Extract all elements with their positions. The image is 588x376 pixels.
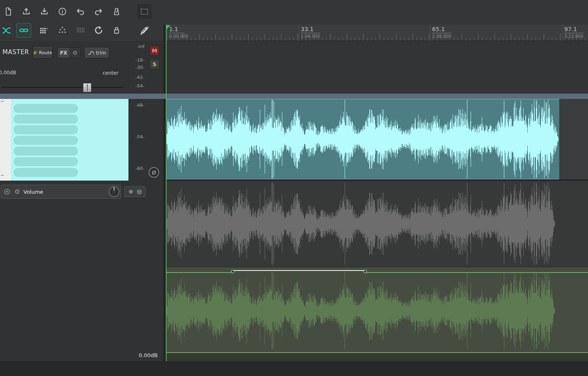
ruler-mark: 33.1 1:04.000 xyxy=(301,26,320,39)
trim-envelope-icon xyxy=(88,50,94,55)
save-project-button[interactable] xyxy=(37,4,52,19)
edit-cursor-flag[interactable] xyxy=(167,25,171,29)
item-grouping-button[interactable] xyxy=(16,23,31,38)
new-document-icon xyxy=(3,7,13,16)
envelope-pencil-button[interactable] xyxy=(137,23,152,38)
envelope-point[interactable] xyxy=(364,270,366,273)
meter-scale-label: -18- xyxy=(135,57,144,63)
mod-chevron-icon[interactable] xyxy=(136,189,142,195)
trim-button[interactable]: trim xyxy=(84,47,110,58)
ruler-mark: 97.1 3:12.000 xyxy=(564,26,583,39)
route-icon xyxy=(33,50,37,55)
envelope-tools[interactable] xyxy=(124,186,146,197)
volume-envelope-lane[interactable] xyxy=(166,267,588,352)
envelope-knob[interactable] xyxy=(109,186,119,197)
midi-note xyxy=(14,168,78,177)
fader-track[interactable] xyxy=(2,87,123,88)
fx-label[interactable]: FX xyxy=(58,48,69,58)
master-track-name: MASTER xyxy=(2,48,29,56)
metronome-button[interactable] xyxy=(109,4,124,19)
metronome-icon xyxy=(112,7,121,16)
envelope-bypass-icon[interactable] xyxy=(3,188,11,196)
redo-icon xyxy=(94,7,103,16)
meter-scale-label: -48- xyxy=(135,103,144,108)
grid-icon xyxy=(39,25,48,35)
marquee-select-button[interactable] xyxy=(137,4,152,19)
midi-note xyxy=(14,147,78,156)
master-waveform[interactable] xyxy=(166,99,559,179)
main-toolbar xyxy=(0,0,163,41)
gear-icon[interactable] xyxy=(128,188,134,195)
bottom-bar xyxy=(0,361,588,376)
master-media-item[interactable] xyxy=(166,99,559,179)
locking-button[interactable] xyxy=(109,23,124,38)
midi-note xyxy=(14,125,78,134)
open-project-button[interactable] xyxy=(19,4,34,19)
ruler-measure-label: 97.1 xyxy=(564,26,583,33)
meter-scale-label: -54- xyxy=(135,134,144,140)
meter-scale-label: -inf xyxy=(137,44,144,49)
ruler-mark: 1.1 0:00.000 xyxy=(169,26,188,39)
undo-icon xyxy=(76,7,85,16)
master-volume-readout: 0.00dB xyxy=(0,70,16,76)
ruler-mark: 65.1 2:08.000 xyxy=(432,26,451,39)
reaper-window: 1.1 0:00.000 33.1 1:04.000 65.1 2:08.000… xyxy=(0,0,588,376)
snap-points-button[interactable] xyxy=(55,23,70,38)
meter-scale-label: -60- xyxy=(135,166,144,171)
save-download-icon xyxy=(39,7,49,16)
meter-scale-label: -54- xyxy=(135,83,144,89)
midi-item-preview[interactable] xyxy=(11,99,128,181)
auto-crossfade-button[interactable] xyxy=(0,23,14,38)
master-panel: MASTER Route FX trim 0.00dB center -inf … xyxy=(0,41,163,361)
ruler-measure-label: 33.1 xyxy=(301,26,320,33)
envelope-point[interactable] xyxy=(231,270,234,273)
pencil-slash-icon xyxy=(139,25,150,36)
arrange-empty-area[interactable] xyxy=(166,41,588,94)
edit-cursor[interactable] xyxy=(166,25,167,361)
route-label: Route xyxy=(39,50,52,55)
phase-button[interactable]: Ø xyxy=(149,167,159,178)
envelope-value-readout: 0.00dB xyxy=(139,352,158,358)
route-button[interactable]: Route xyxy=(33,46,53,59)
master-volume-fader[interactable] xyxy=(2,84,123,94)
track-waveform-gray[interactable] xyxy=(166,182,588,266)
master-track-lane[interactable] xyxy=(166,99,588,181)
new-project-button[interactable] xyxy=(1,4,16,19)
midi-note xyxy=(14,157,78,166)
strip-mark xyxy=(1,175,4,176)
ruler-time-label: 3:12.000 xyxy=(564,34,583,39)
mute-button[interactable]: M xyxy=(149,46,160,56)
redo-button[interactable] xyxy=(91,4,106,19)
lock-icon xyxy=(112,25,121,35)
grid-snap-button[interactable] xyxy=(36,23,51,38)
crossfade-icon xyxy=(1,25,12,36)
midi-note xyxy=(14,115,78,124)
ruler-time-label: 2:08.000 xyxy=(432,34,451,39)
link-icon xyxy=(18,25,29,36)
solo-button[interactable]: S xyxy=(149,59,160,69)
fx-button-group[interactable]: FX xyxy=(57,47,81,58)
marquee-icon xyxy=(140,7,149,16)
ripple-edit-button[interactable] xyxy=(91,23,106,38)
envelope-header[interactable]: Volume xyxy=(1,185,121,199)
timeline-ruler[interactable]: 1.1 0:00.000 33.1 1:04.000 65.1 2:08.000… xyxy=(166,25,588,41)
info-icon xyxy=(57,7,67,16)
audio-track-lane[interactable] xyxy=(166,181,588,267)
track-separator-bar[interactable] xyxy=(0,94,588,99)
undo-button[interactable] xyxy=(73,4,88,19)
fx-power-button[interactable] xyxy=(69,48,80,58)
meter-scale-label: -42- xyxy=(135,75,144,80)
open-upload-icon xyxy=(21,7,31,16)
item-edge-strip xyxy=(0,99,11,181)
volume-envelope[interactable] xyxy=(166,267,588,352)
arrange-view[interactable] xyxy=(166,41,588,361)
project-settings-button[interactable] xyxy=(55,4,70,19)
ruler-time-label: 1:04.000 xyxy=(301,34,320,39)
ruler-time-label: 0:00.000 xyxy=(169,34,188,39)
envelope-name: Volume xyxy=(23,189,43,195)
envelope-active-icon[interactable] xyxy=(14,188,21,195)
fader-handle[interactable] xyxy=(83,83,92,92)
grid-lines-button[interactable] xyxy=(73,23,88,38)
midi-note xyxy=(14,104,78,113)
power-icon xyxy=(72,50,78,56)
